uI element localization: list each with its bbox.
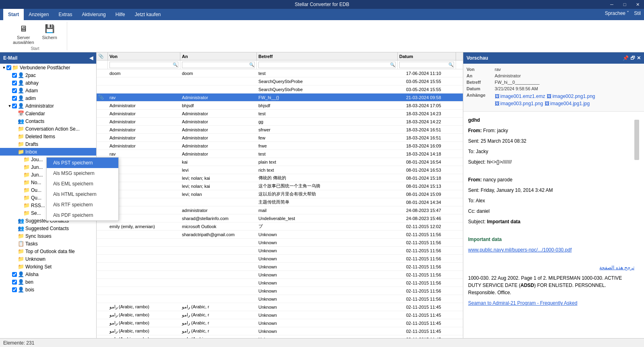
sidebar-item-abhay[interactable]: 👤abhay xyxy=(0,79,96,87)
sidebar-item-bois[interactable]: 👤bois xyxy=(0,286,96,293)
table-row[interactable]: AdministratorAdministratortest18-03-2024… xyxy=(97,110,463,118)
table-row[interactable]: Unknown02-11-2015 11:56 xyxy=(97,255,463,263)
sidebar-item-adam[interactable]: 👤Adam xyxy=(0,87,96,94)
col-header-attachment[interactable]: 📎 xyxy=(97,52,108,60)
table-row[interactable]: ravAdministratortest18-03-2024 14:18 xyxy=(97,150,463,158)
col-header-date[interactable]: Datum xyxy=(398,52,456,60)
table-row[interactable]: emily (emily, armenian)microsoft Outlook… xyxy=(97,222,463,231)
tree-toggle-icon[interactable]: ▼ xyxy=(2,65,6,70)
search-from-input[interactable] xyxy=(109,62,178,68)
table-row[interactable]: doomdoomtest17-06-2024 11:10 xyxy=(97,69,463,77)
sidebar-item-inbox[interactable]: 📁Inbox xyxy=(0,148,96,156)
attachment-item[interactable]: 🖼image004.jpg1.jpg xyxy=(545,101,590,106)
table-row[interactable]: AdministratorAdministratorfew18-03-2024 … xyxy=(97,134,463,142)
sidebar-item-unknown[interactable]: 📁Unknown xyxy=(0,255,96,263)
table-row[interactable]: SearchQueryStxProbe03-05-2024 15:55 xyxy=(97,77,463,85)
preview-link[interactable]: www.public.navy.mil/bupers-npc/.../1000-… xyxy=(468,246,634,253)
table-row[interactable]: levi; nolan; kai这个故事已围统一个主角一乌骑08-01-2024… xyxy=(97,182,463,190)
search-to-input[interactable] xyxy=(182,62,255,68)
tab-anzeigen[interactable]: Anzeigen xyxy=(24,9,54,20)
table-row[interactable]: AdministratorAdministratorsfrwer18-03-20… xyxy=(97,126,463,134)
table-row[interactable]: sharadctripath@gmail.comUnknown02-11-201… xyxy=(97,231,463,239)
tree-checkbox[interactable] xyxy=(12,287,17,292)
table-row[interactable]: Unknown02-11-2015 11:56 xyxy=(97,239,463,247)
col-header-subject[interactable]: Betreff xyxy=(257,52,398,60)
table-row[interactable]: 主题传统而简单08-01-2024 14:34 xyxy=(97,198,463,206)
preview-pin-icon[interactable]: 📌 xyxy=(623,55,629,61)
table-row[interactable]: AdministratorAdministratorfrwe18-03-2024… xyxy=(97,142,463,150)
preview-scrollbar-thumb[interactable] xyxy=(634,120,639,160)
table-row[interactable]: Unknown02-11-2015 11:56 xyxy=(97,247,463,255)
style-control[interactable]: Stil xyxy=(634,10,641,16)
context-menu[interactable]: Als PST speichernAls MSG speichernAls EM… xyxy=(46,157,119,221)
tab-extras[interactable]: Extras xyxy=(54,9,77,20)
table-row[interactable]: sharad@stellarinfo.comUndeliverable_test… xyxy=(97,214,463,222)
table-row[interactable]: 📎ravAdministratorFW_hi__{}21-03-2024 09:… xyxy=(97,94,463,102)
context-menu-item[interactable]: Als PST speichern xyxy=(47,158,118,168)
language-control[interactable]: Sprachee ˅ xyxy=(605,10,630,16)
attachment-item[interactable]: 🖼image003.png1.png xyxy=(495,101,543,106)
attachment-item[interactable]: 🖼image002.png1.png xyxy=(547,94,595,99)
table-row[interactable]: Unknown02-11-2015 11:56 xyxy=(97,287,463,295)
tree-checkbox[interactable] xyxy=(12,73,17,78)
col-header-to[interactable]: An xyxy=(180,52,257,60)
email-rows[interactable]: doomdoomtest17-06-2024 11:10SearchQueryS… xyxy=(97,69,463,347)
col-header-from[interactable]: Von xyxy=(108,52,180,60)
tree-checkbox[interactable] xyxy=(12,280,17,285)
tab-jetzt-kaufen[interactable]: Jetzt kaufen xyxy=(130,9,166,20)
table-row[interactable]: رامو (Arabic, rambo)رامو (Arabic, rUnkno… xyxy=(97,327,463,335)
sidebar-item-deleted-items[interactable]: 📁Deleted Items xyxy=(0,133,96,140)
save-button[interactable]: 💾 Sichern xyxy=(39,21,60,46)
context-menu-item[interactable]: Als EML speichern xyxy=(47,179,118,189)
table-row[interactable]: kaikaiplain text08-01-2024 16:54 xyxy=(97,158,463,166)
sidebar-collapse-icon[interactable]: ◀ xyxy=(89,55,93,61)
tree-checkbox[interactable] xyxy=(12,104,17,108)
sidebar-item-verbundene-postf-cher[interactable]: ▼📁Verbundene Postfächer xyxy=(0,64,96,71)
table-row[interactable]: levi; nolan; kai傳統的 傳統的08-01-2024 15:18 xyxy=(97,174,463,182)
table-row[interactable]: kailevirich text08-01-2024 16:53 xyxy=(97,166,463,174)
table-row[interactable]: levi; nolan这以后的岁月里会有很大帮助08-01-2024 15:09 xyxy=(97,190,463,198)
context-menu-item[interactable]: Als PDF speichern xyxy=(47,210,118,220)
tree-toggle-icon[interactable]: ▼ xyxy=(7,104,12,108)
sidebar-item-contacts[interactable]: 👥Contacts xyxy=(0,117,96,125)
sidebar-item-ben[interactable]: 👤ben xyxy=(0,278,96,286)
sidebar-item-tasks[interactable]: 📋Tasks xyxy=(0,240,96,247)
table-row[interactable]: رامو (Arabic, rambo)رامو (Arabic, rUnkno… xyxy=(97,319,463,327)
sidebar-item-conversation-action-se---[interactable]: 📁Conversation Action Se... xyxy=(0,125,96,133)
table-row[interactable]: Unknown02-11-2015 11:56 xyxy=(97,263,463,271)
preview-scrollbar[interactable] xyxy=(634,116,639,160)
sidebar-item-suggested-contacts[interactable]: 👥Suggested Contacts xyxy=(0,224,96,232)
table-row[interactable]: Unknown02-11-2015 11:56 xyxy=(97,271,463,279)
sidebar-item-2pac[interactable]: 👤2pac xyxy=(0,71,96,79)
table-row[interactable]: administratormail24-08-2023 15:47 xyxy=(97,206,463,214)
table-row[interactable]: رامو (Arabic, rambo)رامو (Arabic, rUnkno… xyxy=(97,311,463,319)
sidebar-item-calendar[interactable]: 📅Calendar xyxy=(0,110,96,117)
search-subject-input[interactable] xyxy=(258,62,396,68)
table-row[interactable]: Unknown02-11-2015 11:56 xyxy=(97,279,463,287)
context-menu-item[interactable]: Als RTF speichern xyxy=(47,199,118,210)
tree-checkbox[interactable] xyxy=(12,88,17,93)
context-menu-item[interactable]: Als HTML speichern xyxy=(47,189,118,199)
tree-checkbox[interactable] xyxy=(12,81,17,85)
preview-link2[interactable]: Seaman to Admiral-21 Program - Frequentl… xyxy=(468,299,634,307)
tab-start[interactable]: Start xyxy=(3,9,24,20)
preview-close-icon[interactable]: ✕ xyxy=(637,55,641,61)
sidebar-item-administrator[interactable]: ▼👤Administrator xyxy=(0,102,96,110)
sidebar-item-drafts[interactable]: 📁Drafts xyxy=(0,140,96,148)
table-row[interactable]: SearchQueryStxProbe03-05-2024 15:55 xyxy=(97,85,463,94)
sidebar-item-working-set[interactable]: 📁Working Set xyxy=(0,263,96,270)
sidebar-item-top-of-outlook-data-file[interactable]: 📁Top of Outlook data file xyxy=(0,247,96,255)
sidebar-item-sync-issues[interactable]: 📁Sync Issues xyxy=(0,232,96,240)
server-button[interactable]: 🖥 Serverauswählen xyxy=(10,21,37,46)
tab-hilfe[interactable]: Hilfe xyxy=(111,9,130,20)
sidebar-item-alisha[interactable]: 👤Alisha xyxy=(0,270,96,278)
tree-checkbox[interactable] xyxy=(12,272,17,277)
tree-checkbox[interactable] xyxy=(6,65,11,70)
minimize-button[interactable]: ─ xyxy=(605,0,618,9)
table-row[interactable]: AdministratorAdministratorgg18-03-2024 1… xyxy=(97,118,463,126)
preview-arabic[interactable]: ترجح هذه الصفحة xyxy=(468,264,634,271)
table-row[interactable]: Administratorbhjsdfbhjsdf18-03-2024 17:0… xyxy=(97,102,463,110)
table-row[interactable]: Unknown02-11-2015 11:56 xyxy=(97,295,463,303)
tab-aktivierung[interactable]: Aktivierung xyxy=(77,9,110,20)
attachment-item[interactable]: 🖼image001.emz1.emz xyxy=(495,94,545,99)
